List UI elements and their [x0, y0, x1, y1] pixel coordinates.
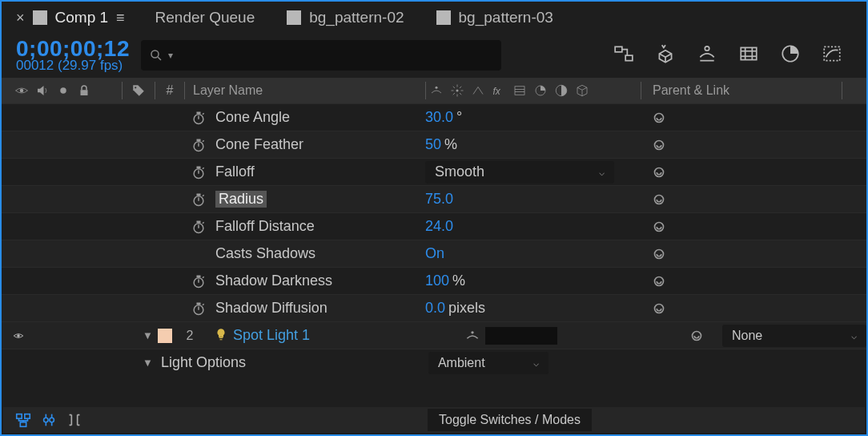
pickwhip-icon[interactable] [638, 300, 680, 317]
chevron-down-icon: ⌵ [599, 167, 605, 178]
svg-rect-51 [197, 220, 201, 223]
search-input[interactable]: ▾ [141, 40, 501, 71]
svg-rect-63 [17, 414, 22, 419]
stopwatch-icon[interactable] [190, 192, 207, 208]
layer-color-chip[interactable] [158, 329, 172, 343]
label-column[interactable] [123, 83, 155, 98]
property-name[interactable]: Casts Shadows [190, 245, 422, 262]
search-icon [149, 48, 163, 63]
pickwhip-icon[interactable] [638, 218, 680, 236]
property-value[interactable]: Smooth⌵ [422, 161, 638, 184]
switches-column: fx [426, 83, 641, 98]
stopwatch-icon[interactable] [190, 137, 207, 153]
fx-icon[interactable]: fx [492, 83, 506, 98]
shy-icon[interactable] [697, 43, 717, 67]
stopwatch-icon[interactable] [190, 273, 207, 289]
stopwatch-icon[interactable] [190, 219, 207, 235]
tab-bgpattern-02[interactable]: bg_pattern-02 [282, 6, 408, 30]
shy-icon[interactable] [464, 328, 480, 344]
light-icon [214, 327, 228, 345]
property-name-label: Radius [215, 191, 267, 208]
pickwhip-icon[interactable] [638, 164, 680, 181]
svg-line-24 [460, 93, 461, 95]
pickwhip-icon[interactable] [638, 136, 680, 154]
shy-switch-icon[interactable] [429, 83, 444, 98]
property-value[interactable]: 50% [422, 136, 638, 153]
lock-icon[interactable] [77, 83, 91, 98]
parent-column[interactable]: Parent & Link [641, 83, 842, 98]
tab-comp1[interactable]: × Comp 1 ≡ [11, 6, 128, 30]
svg-rect-39 [197, 139, 201, 141]
comp-flowchart-icon[interactable] [613, 43, 634, 67]
pickwhip-icon[interactable] [638, 272, 680, 290]
timecode-display[interactable]: 0;00;00;12 [16, 37, 130, 60]
property-name[interactable]: Radius [190, 191, 422, 208]
toggle-switches-icon[interactable] [40, 411, 58, 429]
property-value[interactable]: 100% [422, 272, 638, 289]
stopwatch-icon[interactable] [190, 110, 207, 126]
speaker-icon[interactable] [35, 83, 50, 98]
parent-dropdown[interactable]: None ⌵ [722, 325, 866, 347]
chevron-down-icon: ⌵ [851, 330, 857, 341]
stopwatch-icon[interactable] [190, 164, 207, 180]
property-value[interactable]: 0.0 pixels [422, 300, 638, 317]
pickwhip-icon[interactable] [638, 191, 680, 208]
quality-icon[interactable] [471, 83, 485, 98]
property-name[interactable]: Shadow Diffusion [190, 300, 422, 317]
comp-icon [436, 10, 451, 25]
search-field[interactable] [178, 49, 493, 61]
stopwatch-icon[interactable] [190, 301, 207, 317]
frame-blend-icon[interactable] [738, 43, 759, 67]
property-name[interactable]: Falloff Distance [190, 218, 422, 235]
frame-blend-switch-icon[interactable] [512, 83, 527, 98]
pickwhip-icon[interactable] [638, 245, 680, 263]
collapse-icon[interactable] [450, 83, 464, 98]
solo-icon[interactable] [56, 83, 70, 98]
panel-menu-icon[interactable]: ≡ [116, 10, 123, 26]
layer-name-label[interactable]: Spot Light 1 [233, 327, 310, 344]
twirl-icon[interactable]: ▼ [143, 357, 153, 369]
adjustment-icon[interactable] [554, 83, 569, 98]
property-name[interactable]: Cone Feather [190, 136, 422, 153]
property-value[interactable]: 30.0° [422, 109, 638, 126]
layer-index: 2 [180, 329, 199, 343]
property-value[interactable]: 24.0 [422, 218, 638, 235]
layer-name-column[interactable]: Layer Name [185, 83, 425, 98]
property-value[interactable]: On [422, 245, 638, 262]
timeline-icon-strip [613, 43, 854, 67]
property-value[interactable]: 75.0 [422, 191, 638, 208]
light-options-label: Light Options [161, 354, 428, 371]
svg-line-44 [203, 168, 204, 169]
svg-rect-6 [741, 47, 757, 59]
chevron-down-icon: ▾ [168, 50, 173, 61]
toggle-switches-modes-button[interactable]: Toggle Switches / Modes [428, 409, 592, 431]
layer-row[interactable]: ▼ 2 Spot Light 1 None ⌵ [2, 321, 866, 349]
property-name[interactable]: Cone Angle [190, 109, 422, 126]
tab-bgpattern-03[interactable]: bg_pattern-03 [432, 6, 558, 30]
light-type-dropdown[interactable]: Ambient ⌵ [428, 352, 549, 374]
video-toggle[interactable] [2, 330, 24, 341]
pickwhip-icon[interactable] [638, 109, 680, 127]
tab-render-queue[interactable]: Render Queue [151, 6, 260, 30]
close-icon[interactable]: × [16, 10, 25, 26]
eye-icon[interactable] [14, 83, 29, 98]
svg-rect-65 [20, 422, 26, 427]
graph-editor-icon[interactable] [822, 43, 842, 67]
3d-switch-icon[interactable] [575, 83, 589, 98]
framecount-display[interactable]: 00012 (29.97 fps) [16, 59, 130, 73]
draft3d-icon[interactable] [655, 43, 676, 67]
property-name[interactable]: Falloff [190, 164, 422, 180]
twirl-icon[interactable]: ▼ [143, 329, 153, 341]
property-name[interactable]: Shadow Darkness [190, 272, 422, 289]
composition-mini-flowchart-icon[interactable] [14, 411, 32, 429]
property-row: Cone Feather50% [2, 131, 866, 158]
index-column[interactable]: # [155, 83, 184, 98]
motion-blur-switch-icon[interactable] [533, 83, 548, 98]
brackets-icon[interactable] [66, 411, 83, 429]
comp-icon [33, 10, 47, 25]
motion-blur-icon[interactable] [780, 43, 801, 67]
mode-box[interactable] [485, 327, 557, 345]
svg-rect-64 [25, 414, 30, 419]
property-dropdown[interactable]: Smooth⌵ [425, 161, 614, 184]
pickwhip[interactable] [676, 327, 717, 345]
